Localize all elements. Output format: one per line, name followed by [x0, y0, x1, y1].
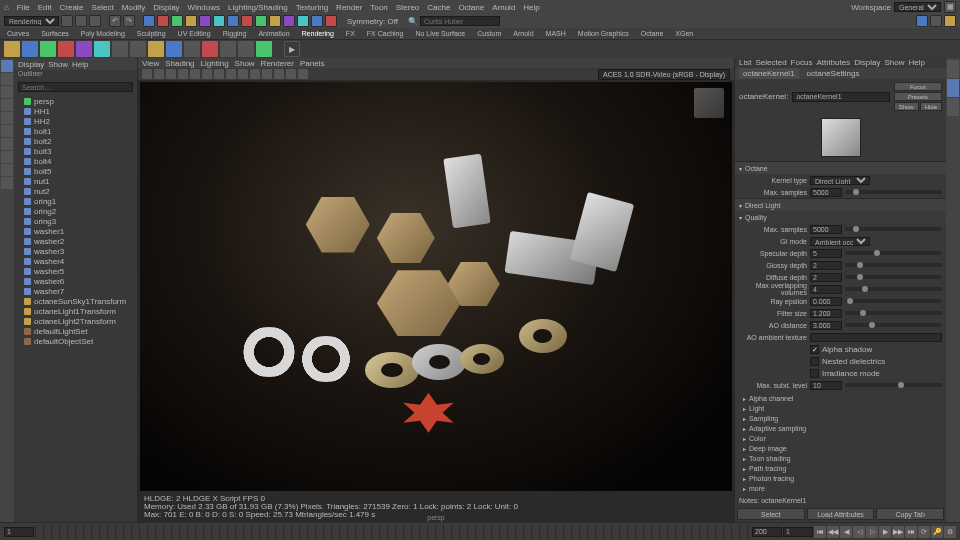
- max-samples-input[interactable]: [810, 188, 842, 197]
- outliner-item[interactable]: HH2: [16, 116, 135, 126]
- current-frame-input[interactable]: [783, 527, 813, 537]
- menu-modify[interactable]: Modify: [122, 3, 146, 12]
- collapsed-section[interactable]: Photon tracing: [735, 473, 946, 483]
- vp-menu-lighting[interactable]: Lighting: [201, 59, 229, 68]
- shelf-tab-custom[interactable]: Custom: [474, 30, 504, 37]
- max-overlap-input[interactable]: [810, 285, 842, 294]
- load-attributes-button[interactable]: Load Attributes: [807, 508, 875, 520]
- outliner-item[interactable]: washer5: [16, 266, 135, 276]
- shelf-icon-7[interactable]: [112, 41, 128, 57]
- history-icon[interactable]: [283, 15, 295, 27]
- outliner-menu-help[interactable]: Help: [72, 60, 88, 69]
- collapsed-section[interactable]: Color: [735, 433, 946, 443]
- shelf-tab-animation[interactable]: Animation: [255, 30, 292, 37]
- shelf-icon-8[interactable]: [130, 41, 146, 57]
- scale-tool[interactable]: [1, 112, 13, 124]
- material-swatch[interactable]: [821, 118, 861, 157]
- ray-epsilon-slider[interactable]: [845, 299, 942, 303]
- outliner-item[interactable]: persp: [16, 96, 135, 106]
- shelf-tab-fx[interactable]: FX: [343, 30, 358, 37]
- vp-tb-7[interactable]: [214, 69, 224, 79]
- shelf-icon-4[interactable]: [58, 41, 74, 57]
- prefs-icon[interactable]: ⚙: [944, 526, 956, 538]
- ray-epsilon-input[interactable]: [810, 297, 842, 306]
- kernel-type-select[interactable]: Direct Light: [810, 176, 870, 185]
- max-overlap-slider[interactable]: [845, 287, 942, 291]
- menu-render[interactable]: Render: [336, 3, 362, 12]
- home-icon[interactable]: ⌂: [4, 3, 9, 12]
- shelf-tab-motion[interactable]: Motion Graphics: [575, 30, 632, 37]
- time-slider[interactable]: [35, 525, 751, 539]
- max-subd-slider[interactable]: [845, 383, 942, 387]
- hide-button[interactable]: Hide: [920, 102, 942, 111]
- select-mode-icon[interactable]: [143, 15, 155, 27]
- outliner-item[interactable]: washer2: [16, 236, 135, 246]
- shelf-icon-2[interactable]: [22, 41, 38, 57]
- max-subd-input[interactable]: [810, 381, 842, 390]
- menu-texturing[interactable]: Texturing: [296, 3, 328, 12]
- channel-box-tab[interactable]: [947, 60, 959, 78]
- vp-menu-renderer[interactable]: Renderer: [261, 59, 294, 68]
- glossy-depth-input[interactable]: [810, 261, 842, 270]
- ao-texture-input[interactable]: [810, 333, 942, 342]
- shelf-icon-6[interactable]: [94, 41, 110, 57]
- undo-icon[interactable]: ↶: [109, 15, 121, 27]
- range-start-input[interactable]: [4, 527, 34, 537]
- outliner-item[interactable]: oring3: [16, 216, 135, 226]
- collapsed-section[interactable]: Sampling: [735, 413, 946, 423]
- node-name-input[interactable]: [792, 92, 889, 102]
- ae-tab-selected[interactable]: Selected: [755, 58, 786, 67]
- vp-tb-12[interactable]: [274, 69, 284, 79]
- shelf-icon-11[interactable]: [184, 41, 200, 57]
- collapsed-section[interactable]: Alpha channel: [735, 393, 946, 403]
- new-scene-icon[interactable]: [61, 15, 73, 27]
- ao-distance-slider[interactable]: [845, 323, 942, 327]
- next-key-icon[interactable]: ▶: [879, 526, 891, 538]
- max-samples-slider[interactable]: [845, 190, 942, 194]
- lasso-tool[interactable]: [1, 73, 13, 85]
- nested-diel-checkbox[interactable]: [810, 357, 819, 366]
- outliner-item[interactable]: bolt5: [16, 166, 135, 176]
- snap-view-icon[interactable]: [241, 15, 253, 27]
- menu-file[interactable]: File: [17, 3, 30, 12]
- play-forward-icon[interactable]: ▷: [866, 526, 878, 538]
- node-tab-settings[interactable]: octaneSettings: [803, 68, 864, 79]
- ae-tab-attributes[interactable]: Attributes: [816, 58, 850, 67]
- menu-set-dropdown[interactable]: Rendering: [4, 16, 59, 26]
- vp-menu-show[interactable]: Show: [235, 59, 255, 68]
- symmetry-label[interactable]: Symmetry: Off: [347, 17, 398, 26]
- ae-tab-display[interactable]: Display: [854, 58, 880, 67]
- collapsed-section[interactable]: Deep image: [735, 443, 946, 453]
- vp-menu-panels[interactable]: Panels: [300, 59, 324, 68]
- gi-mode-select[interactable]: Ambient occlusion: [810, 237, 870, 246]
- outliner-item[interactable]: oring2: [16, 206, 135, 216]
- specular-depth-slider[interactable]: [845, 251, 942, 255]
- node-tab-kernel[interactable]: octaneKernel1: [739, 68, 799, 79]
- outliner-item[interactable]: bolt3: [16, 146, 135, 156]
- workspace-config-icon[interactable]: ▦: [944, 1, 956, 13]
- diffuse-depth-slider[interactable]: [845, 275, 942, 279]
- vp-tb-13[interactable]: [286, 69, 296, 79]
- outliner-item[interactable]: defaultObjectSet: [16, 336, 135, 346]
- signin-icon[interactable]: [930, 15, 942, 27]
- vp-tb-6[interactable]: [202, 69, 212, 79]
- outliner-tree[interactable]: perspHH1HH2bolt1bolt2bolt3bolt4bolt5nut1…: [14, 94, 137, 522]
- outliner-item[interactable]: HH1: [16, 106, 135, 116]
- move-tool[interactable]: [1, 86, 13, 98]
- attribute-editor-tab[interactable]: [947, 79, 959, 97]
- menu-arnold[interactable]: Arnold: [492, 3, 515, 12]
- goto-start-icon[interactable]: ⏮: [814, 526, 826, 538]
- vp-menu-shading[interactable]: Shading: [165, 59, 194, 68]
- alpha-shadow-checkbox[interactable]: [810, 345, 819, 354]
- vp-tb-11[interactable]: [262, 69, 272, 79]
- snap-point-icon[interactable]: [213, 15, 225, 27]
- focus-button[interactable]: Focus: [894, 82, 942, 91]
- shelf-tab-arnold[interactable]: Arnold: [510, 30, 536, 37]
- max-samples2-input[interactable]: [810, 225, 842, 234]
- vp-tb-5[interactable]: [190, 69, 200, 79]
- outliner-item[interactable]: octaneSunSky1Transform: [16, 296, 135, 306]
- outliner-item[interactable]: nut2: [16, 186, 135, 196]
- menu-cache[interactable]: Cache: [427, 3, 450, 12]
- ae-tab-show[interactable]: Show: [884, 58, 904, 67]
- outliner-item[interactable]: washer3: [16, 246, 135, 256]
